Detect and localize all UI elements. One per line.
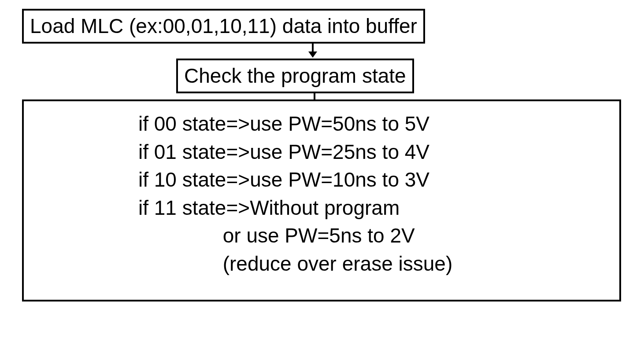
connector-line-icon: [313, 93, 316, 99]
arrow-down-icon: [304, 44, 322, 59]
rule-11-a: if 11 state=>Without program: [138, 194, 611, 222]
check-step-box: Check the program state: [176, 59, 414, 93]
rules-box: if 00 state=>use PW=50ns to 5V if 01 sta…: [22, 99, 621, 301]
rule-11-b: or use PW=5ns to 2V: [138, 222, 611, 250]
check-step-text: Check the program state: [184, 64, 406, 87]
rule-01: if 01 state=>use PW=25ns to 4V: [138, 138, 611, 166]
rule-11-c: (reduce over erase issue): [138, 250, 611, 278]
load-step-box: Load MLC (ex:00,01,10,11) data into buff…: [22, 9, 425, 44]
load-step-text: Load MLC (ex:00,01,10,11) data into buff…: [30, 15, 417, 37]
svg-marker-1: [308, 51, 317, 58]
rule-10: if 10 state=>use PW=10ns to 3V: [138, 166, 611, 194]
rule-00: if 00 state=>use PW=50ns to 5V: [138, 110, 611, 138]
